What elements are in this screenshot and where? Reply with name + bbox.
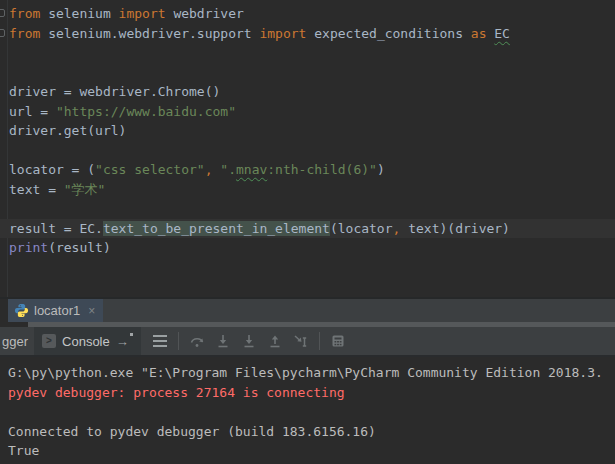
run-to-cursor-icon[interactable] xyxy=(288,329,314,353)
debug-session-tabbar: locator1 × xyxy=(0,297,615,322)
code-line xyxy=(0,43,615,63)
session-tab-label: locator1 xyxy=(34,303,80,318)
evaluate-expression-icon[interactable] xyxy=(325,329,351,353)
code-line: G:\py\python.exe "E:\Program Files\pycha… xyxy=(0,363,615,383)
console-tab-label: Console xyxy=(62,334,110,349)
code-line: print(result) xyxy=(0,238,615,258)
toolbar-separator xyxy=(319,332,320,350)
code-line: driver.get(url) xyxy=(0,121,615,141)
step-into-icon[interactable] xyxy=(210,329,236,353)
step-out-icon[interactable] xyxy=(262,329,288,353)
close-icon[interactable]: × xyxy=(85,304,95,318)
code-line: Connected to pydev debugger (build 183.6… xyxy=(0,422,615,442)
fold-marker-icon[interactable] xyxy=(0,29,5,37)
step-over-icon[interactable] xyxy=(184,329,210,353)
console-lines: G:\py\python.exe "E:\Program Files\pycha… xyxy=(0,359,615,461)
tabbar-left-gap xyxy=(0,299,8,322)
layout-menu-icon[interactable] xyxy=(147,329,173,353)
tab-debugger-partial[interactable]: gger xyxy=(0,327,34,355)
console-prompt-icon: > xyxy=(42,334,56,348)
console-output[interactable]: G:\py\python.exe "E:\Program Files\pycha… xyxy=(0,359,615,464)
tab-console[interactable]: > Console → xyxy=(34,327,141,355)
code-line: from selenium import webdriver xyxy=(0,4,615,24)
fold-marker-icon[interactable] xyxy=(0,9,5,17)
code-line xyxy=(0,63,615,83)
debug-toolbar: gger > Console → xyxy=(0,327,615,357)
python-icon xyxy=(14,303,29,318)
code-line: from selenium.webdriver.support import e… xyxy=(0,24,615,44)
code-line: driver = webdriver.Chrome() xyxy=(0,82,615,102)
scroll-to-end-icon: → xyxy=(116,335,133,348)
step-into-my-code-icon[interactable] xyxy=(236,329,262,353)
code-line xyxy=(0,402,615,422)
code-line: True xyxy=(0,441,615,461)
code-line: result = EC.text_to_be_present_in_elemen… xyxy=(0,219,615,239)
code-editor[interactable]: from selenium import webdriverfrom selen… xyxy=(0,0,615,297)
code-line xyxy=(0,141,615,161)
code-line: url = "https://www.baidu.com" xyxy=(0,102,615,122)
code-line: locator = ("css selector", ".mnav:nth-ch… xyxy=(0,160,615,180)
code-line xyxy=(0,199,615,219)
tab-locator1[interactable]: locator1 × xyxy=(8,299,103,322)
editor-code-lines[interactable]: from selenium import webdriverfrom selen… xyxy=(0,4,615,258)
code-line: text = "学术" xyxy=(0,180,615,200)
pycharm-window: from selenium import webdriverfrom selen… xyxy=(0,0,615,464)
code-line: pydev debugger: process 27164 is connect… xyxy=(0,383,615,403)
toolbar-separator xyxy=(178,332,179,350)
